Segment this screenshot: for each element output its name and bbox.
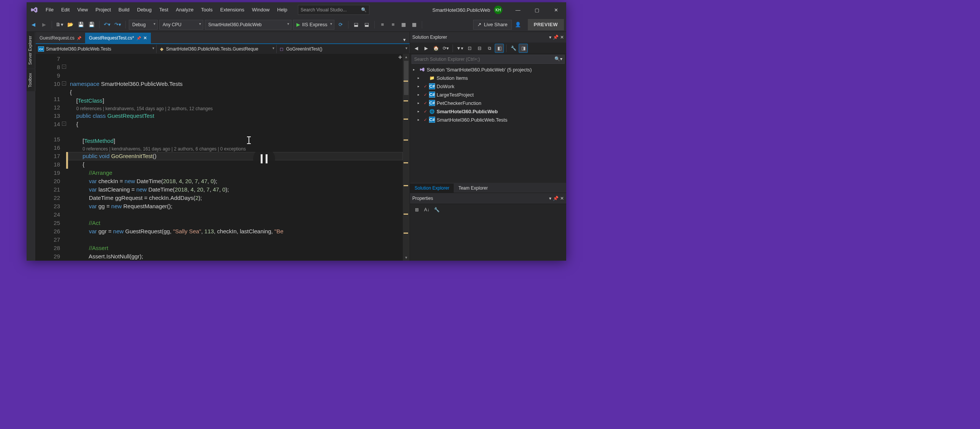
code-line[interactable]: var checkIn = new DateTime(2018, 4, 20, … [68, 177, 403, 186]
se-back-icon[interactable]: ◀ [412, 44, 421, 53]
code-line[interactable]: { [68, 120, 403, 129]
menu-window[interactable]: Window [248, 2, 273, 17]
startup-dropdown[interactable]: SmartHotel360.PublicWeb [205, 20, 291, 30]
code-line[interactable]: //Act [68, 219, 403, 227]
scroll-up-icon[interactable]: ▲ [403, 54, 410, 60]
maximize-button[interactable]: ▢ [529, 4, 545, 16]
tree-node[interactable]: ▸✓C#SmartHotel360.PublicWeb.Tests [410, 116, 566, 124]
scroll-down-icon[interactable]: ▼ [403, 254, 410, 261]
nav-class-dropdown[interactable]: ◆SmartHotel360.PublicWeb.Tests.GuestRequ… [157, 45, 277, 53]
prop-az-icon[interactable]: A↓ [422, 205, 431, 214]
save-all-button[interactable]: 💾 [87, 20, 96, 29]
code-line[interactable] [68, 211, 403, 219]
fold-toggle[interactable]: - [62, 65, 66, 69]
tree-node[interactable]: ▸📁Solution Items [410, 74, 566, 82]
tabs-overflow-icon[interactable]: ▾ [401, 36, 408, 43]
code-line[interactable]: 0 references | kendrahavens, 161 days ag… [68, 145, 403, 152]
close-button[interactable]: ✕ [548, 4, 564, 16]
tree-node[interactable]: ▸✓C#DoWork [410, 82, 566, 91]
code-line[interactable]: 0 references | kendrahavens, 154 days ag… [68, 105, 403, 112]
menu-tools[interactable]: Tools [197, 2, 216, 17]
fold-toggle[interactable]: - [62, 122, 66, 126]
pause-overlay-button[interactable] [253, 148, 275, 170]
code-line[interactable] [68, 129, 403, 137]
fold-toggle[interactable]: - [62, 81, 66, 86]
run-button[interactable]: ▶IIS Express [293, 20, 334, 30]
panel-close-icon[interactable]: ✕ [560, 35, 564, 40]
menu-test[interactable]: Test [156, 2, 172, 17]
platform-dropdown[interactable]: Any CPU [159, 20, 203, 30]
nav-method-dropdown[interactable]: ◻GoGreenInitTest() [277, 45, 410, 53]
rail-toolbox[interactable]: Toolbox [27, 69, 35, 91]
new-project-button[interactable]: 🗎▾ [55, 20, 64, 29]
menu-help[interactable]: Help [273, 2, 291, 17]
close-tab-icon[interactable]: ✕ [143, 35, 147, 41]
code-line[interactable]: [TestClass] [68, 97, 403, 105]
indent-more[interactable]: ≡ [388, 20, 398, 29]
code-line[interactable]: { [68, 160, 403, 169]
code-line[interactable] [68, 72, 403, 80]
se-sync-icon[interactable]: ⟳▾ [441, 44, 450, 53]
feedback-icon[interactable]: 👤 [513, 20, 522, 29]
code-line[interactable]: public void GoGreenInitTest() [68, 152, 403, 160]
solution-tree[interactable]: ▸Solution 'SmartHotel360.PublicWeb' (5 p… [410, 65, 566, 183]
open-button[interactable]: 📂 [66, 20, 75, 29]
pin-icon[interactable]: 📌 [77, 36, 81, 40]
code-editor[interactable]: 78-910-11121314-151617181920212223242526… [36, 54, 410, 261]
liveshare-button[interactable]: ↗Live Share [473, 20, 511, 30]
search-vs[interactable]: Search Visual Studio... 🔍 [298, 5, 369, 15]
panel-close-icon[interactable]: ✕ [560, 196, 564, 201]
undo-button[interactable]: ↶▾ [103, 20, 112, 29]
se-showall-icon[interactable]: ⊡ [465, 44, 474, 53]
code-line[interactable]: [TestMethod] [68, 137, 403, 145]
comment[interactable]: ▦ [399, 20, 408, 29]
menu-extensions[interactable]: Extensions [216, 2, 248, 17]
minimize-button[interactable]: ― [510, 4, 526, 16]
code-line[interactable]: var gg = new RequestManager(); [68, 202, 403, 211]
panel-dropdown-icon[interactable]: ▾ [549, 35, 551, 40]
uncomment[interactable]: ▦ [410, 20, 419, 29]
code-area[interactable]: namespace SmartHotel360.PublicWeb.Tests{… [68, 54, 403, 261]
nav-project-dropdown[interactable]: C#SmartHotel360.PublicWeb.Tests [36, 45, 157, 53]
prop-pages-icon[interactable]: 🔧 [432, 205, 441, 214]
redo-button[interactable]: ↷▾ [113, 20, 123, 29]
code-line[interactable]: var ggr = new GuestRequest(gg, "Sally Se… [68, 227, 403, 235]
tree-node[interactable]: ▸✓C#LargeTestProject [410, 91, 566, 99]
vertical-scrollbar[interactable]: ▲ ▼ [403, 54, 410, 261]
nav-fwd-button[interactable]: ▶ [40, 20, 49, 29]
menu-build[interactable]: Build [115, 2, 134, 17]
code-line[interactable]: DateTime ggRequest = checkIn.AddDays(2); [68, 194, 403, 202]
se-fwd-icon[interactable]: ▶ [422, 44, 431, 53]
code-line[interactable]: var lastCleaning = new DateTime(2018, 4,… [68, 186, 403, 194]
file-tab[interactable]: GuestRequest.cs📌 [36, 33, 85, 43]
save-button[interactable]: 💾 [76, 20, 86, 29]
file-tab[interactable]: GuestRequestTest.cs*📌✕ [85, 33, 151, 43]
menu-project[interactable]: Project [92, 2, 115, 17]
se-filter-icon[interactable]: ▼▾ [455, 44, 465, 53]
menu-edit[interactable]: Edit [57, 2, 73, 17]
code-line[interactable]: Assert.IsNotNull(ggr); [68, 252, 403, 261]
se-view-icon[interactable]: ◨ [519, 44, 528, 53]
rail-server-explorer[interactable]: Server Explorer [27, 32, 35, 68]
pin-icon[interactable]: 📌 [137, 36, 141, 40]
panel-dropdown-icon[interactable]: ▾ [549, 196, 551, 201]
menu-file[interactable]: File [42, 2, 57, 17]
tool-2[interactable]: ⬓ [362, 20, 371, 29]
menu-analyze[interactable]: Analyze [172, 2, 197, 17]
explorer-tab[interactable]: Solution Explorer [410, 184, 454, 193]
nav-back-button[interactable]: ◀ [29, 20, 38, 29]
se-home-icon[interactable]: 🏠 [431, 44, 441, 53]
indent-less[interactable]: ≡ [378, 20, 387, 29]
panel-pin-icon[interactable]: 📌 [553, 35, 558, 40]
code-line[interactable]: //Assert [68, 244, 403, 252]
se-properties-icon[interactable]: 🔧 [509, 44, 518, 53]
code-line[interactable] [68, 235, 403, 244]
explorer-tab[interactable]: Team Explorer [454, 184, 492, 193]
solution-root[interactable]: ▸Solution 'SmartHotel360.PublicWeb' (5 p… [410, 65, 566, 74]
tree-node[interactable]: ▸✓🌐SmartHotel360.PublicWeb [410, 107, 566, 116]
config-dropdown[interactable]: Debug [129, 20, 158, 30]
panel-pin-icon[interactable]: 📌 [553, 196, 558, 201]
code-line[interactable]: public class GuestRequestTest [68, 112, 403, 120]
se-preview-icon[interactable]: ◧ [495, 44, 504, 53]
menu-debug[interactable]: Debug [134, 2, 156, 17]
